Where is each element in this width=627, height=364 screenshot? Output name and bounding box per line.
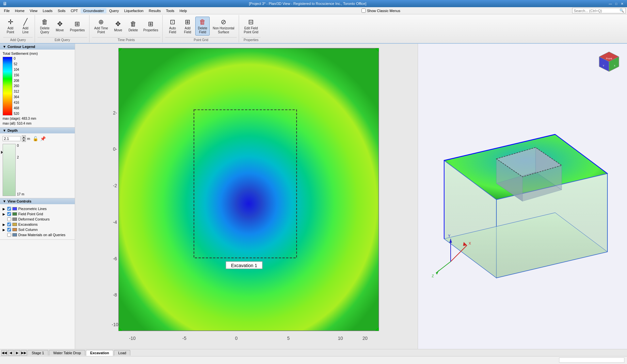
delete-field-label: DeleteField	[198, 26, 207, 34]
depth-collapse-icon: ▼	[3, 129, 6, 132]
menu-groundwater[interactable]: Groundwater	[81, 8, 107, 13]
non-horiz-label: Non HorizontalSurface	[213, 26, 234, 34]
deformed-checkbox[interactable]	[7, 217, 11, 221]
menu-file[interactable]: File	[1, 8, 12, 13]
delete-tp-button[interactable]: 🗑 Delete	[126, 19, 140, 34]
depth-increment-button[interactable]: ▲	[22, 135, 26, 139]
ribbon-group-edit-query: 🗑 DeleteQuery ✥ Move ⊞ Properties Edit Q…	[36, 15, 89, 42]
move-tp-label: Move	[114, 28, 122, 32]
contour-legend-section: ▼ Contour Legend Total Settlement (mm) 0…	[0, 44, 75, 128]
depth-decrement-button[interactable]: ▼	[22, 139, 26, 142]
auto-field-button[interactable]: ⊡ AutoField	[165, 17, 180, 36]
properties-query-button[interactable]: ⊞ Properties	[68, 19, 87, 34]
svg-rect-0	[119, 48, 378, 331]
svg-text:Y: Y	[448, 234, 451, 238]
color-bar	[3, 57, 12, 115]
status-input-area[interactable]	[559, 357, 624, 363]
maximize-button[interactable]: □	[614, 1, 619, 6]
edit-query-group-label: Edit Query	[38, 37, 87, 42]
legend-subtitle: Total Settlement (mm)	[3, 52, 72, 55]
menu-tools[interactable]: Tools	[163, 8, 177, 13]
view-item-soilcolumn: ▶ Soil Column	[3, 227, 72, 232]
menu-loads[interactable]: Loads	[40, 8, 55, 13]
search-input[interactable]	[574, 9, 619, 13]
edit-field-grid-button[interactable]: ⊟ Edit FieldPoint Grid	[242, 17, 261, 36]
tab-excavation[interactable]: Excavation	[86, 350, 113, 356]
tab-prev-button[interactable]: ◀	[8, 350, 14, 356]
soilcolumn-checkbox[interactable]	[7, 228, 11, 232]
move-tp-button[interactable]: ✥ Move	[111, 19, 125, 34]
add-time-point-button[interactable]: ⊕ Add TimePoint	[92, 17, 110, 36]
delete-query-button[interactable]: 🗑 DeleteQuery	[38, 17, 52, 36]
deformed-label: Deformed Contours	[18, 217, 50, 221]
piezometric-checkbox[interactable]	[7, 207, 11, 211]
add-line-icon: ╱	[24, 18, 27, 26]
3d-viewport[interactable]: Front Y X	[418, 44, 627, 349]
add-query-group-label: Add Query	[3, 37, 33, 42]
properties-tp-button[interactable]: ⊞ Properties	[141, 19, 161, 34]
depth-label-0: 0	[17, 144, 24, 147]
window-title: [Project 3* - Plan/3D View - Registered …	[7, 2, 608, 6]
view-controls-title: View Controls	[8, 199, 31, 203]
minimize-button[interactable]: —	[608, 1, 613, 6]
search-icon: 🔍	[619, 8, 624, 13]
svg-text:0: 0	[235, 336, 238, 341]
auto-field-label: AutoField	[169, 26, 176, 34]
properties-query-icon: ⊞	[74, 20, 80, 28]
ribbon: ✛ Add Point ╱ Add Line Add Query 🗑 Delet…	[0, 14, 627, 44]
search-box[interactable]: 🔍	[572, 8, 626, 13]
menu-results[interactable]: Results	[146, 8, 163, 13]
drawmaterials-expander[interactable]	[3, 233, 6, 237]
add-field-label: AddField	[184, 26, 191, 34]
move-query-button[interactable]: ✥ Move	[53, 19, 67, 34]
svg-text:Z: Z	[432, 274, 434, 278]
tab-watertable[interactable]: Water Table Drop	[49, 350, 85, 356]
add-point-button[interactable]: ✛ Add Point	[3, 17, 18, 36]
menu-help[interactable]: Help	[177, 8, 190, 13]
soilcolumn-label: Soil Column	[18, 228, 38, 232]
close-button[interactable]: ✕	[620, 1, 624, 6]
menu-liquefaction[interactable]: Liquefaction	[121, 8, 146, 13]
add-field-button[interactable]: ⊞ AddField	[180, 17, 195, 36]
menu-query[interactable]: Query	[106, 8, 121, 13]
menu-view[interactable]: View	[27, 8, 40, 13]
piezometric-expander[interactable]: ▶	[3, 207, 6, 211]
legend-val-3: 156	[14, 73, 19, 77]
excavations-checkbox[interactable]	[7, 222, 11, 226]
depth-value-input[interactable]	[3, 136, 21, 141]
fieldpointgrid-checkbox[interactable]	[7, 212, 11, 216]
drawmaterials-checkbox[interactable]	[7, 233, 11, 237]
delete-field-button[interactable]: 🗑 DeleteField	[195, 17, 210, 36]
svg-text:X: X	[614, 65, 616, 67]
non-horiz-button[interactable]: ⊘ Non HorizontalSurface	[210, 17, 236, 36]
properties-query-label: Properties	[70, 28, 85, 32]
menu-cpt[interactable]: CPT	[68, 8, 81, 13]
show-classic-menus[interactable]: Show Classic Menus	[360, 8, 402, 13]
add-point-icon: ✛	[8, 18, 13, 26]
tab-next-button[interactable]: ▶	[14, 350, 20, 356]
menu-home[interactable]: Home	[12, 8, 27, 13]
auto-field-icon: ⊡	[170, 18, 175, 26]
tab-stage1[interactable]: Stage 1	[27, 350, 48, 356]
deformed-expander[interactable]	[3, 218, 6, 221]
menu-soils[interactable]: Soils	[55, 8, 68, 13]
view-cube[interactable]: Front Y X	[598, 50, 620, 73]
depth-header[interactable]: ▼ Depth	[0, 128, 75, 133]
add-line-button[interactable]: ╱ Add Line	[18, 17, 33, 36]
excavations-expander[interactable]: ▶	[3, 223, 6, 226]
classic-menus-checkbox[interactable]	[362, 8, 366, 13]
excavations-label: Excavations	[18, 222, 38, 226]
canvas-area[interactable]: Excavation 1 -10 -5 0 5 10 20 2- 0- -2 -…	[75, 44, 418, 349]
tab-first-button[interactable]: ◀◀	[1, 350, 7, 356]
properties-tp-label: Properties	[143, 28, 158, 32]
ribbon-group-point-grid: ⊡ AutoField ⊞ AddField 🗑 DeleteField ⊘ N…	[163, 15, 239, 42]
soilcolumn-expander[interactable]: ▶	[3, 228, 6, 232]
tab-load[interactable]: Load	[114, 350, 130, 356]
fieldpointgrid-expander[interactable]: ▶	[3, 212, 6, 216]
contour-legend-header[interactable]: ▼ Contour Legend	[0, 44, 75, 50]
properties-tp-icon: ⊞	[148, 20, 153, 28]
depth-bar	[3, 144, 16, 196]
view-controls-header[interactable]: ▼ View Controls	[0, 198, 75, 204]
tab-last-button[interactable]: ▶▶	[21, 350, 27, 356]
legend-val-1: 52	[14, 62, 19, 66]
